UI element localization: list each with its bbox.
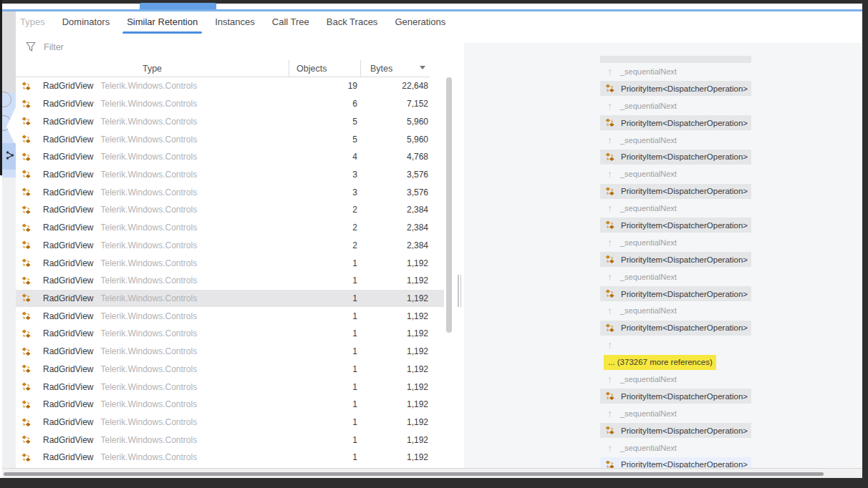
tab-dominators[interactable]: Dominators: [62, 16, 110, 28]
dock-strip-upper: [2, 11, 16, 93]
table-row[interactable]: RadGridViewTelerik.Windows.Controls11,19…: [16, 254, 444, 272]
table-row[interactable]: RadGridViewTelerik.Windows.Controls11,19…: [16, 414, 444, 431]
objects-value: 3: [352, 170, 357, 180]
tab-generations[interactable]: Generations: [395, 16, 445, 28]
panel-splitter-handle[interactable]: [458, 275, 462, 307]
dock-arrow-notch: [6, 107, 16, 146]
arrow-up-icon: ↑: [605, 238, 614, 248]
table-vertical-scrollbar[interactable]: [446, 77, 452, 333]
class-type-icon: [21, 453, 31, 462]
type-name: RadGridView: [43, 152, 93, 162]
retention-node[interactable]: PriorityItem<DispatcherOperation>: [600, 150, 751, 165]
bytes-value: 1,192: [407, 399, 428, 409]
retention-node[interactable]: PriorityItem<DispatcherOperation>: [600, 184, 751, 199]
retention-node-partial[interactable]: [600, 56, 751, 63]
sort-direction-icon[interactable]: [420, 66, 425, 69]
table-row[interactable]: RadGridViewTelerik.Windows.Controls11,19…: [16, 449, 444, 467]
type-namespace: Telerik.Windows.Controls: [100, 152, 197, 162]
retention-node[interactable]: PriorityItem<DispatcherOperation>: [600, 252, 751, 267]
objects-value: 19: [348, 81, 357, 91]
reference-field-label: _sequentialNext: [620, 273, 677, 281]
objects-value: 1: [352, 452, 357, 462]
table-row[interactable]: RadGridViewTelerik.Windows.Controls22,38…: [16, 219, 444, 237]
retention-node[interactable]: PriorityItem<DispatcherOperation>: [600, 81, 751, 96]
tab-instances[interactable]: Instances: [215, 16, 255, 28]
objects-value: 1: [352, 275, 357, 286]
retention-node-selected[interactable]: PriorityItem<DispatcherOperation>: [600, 457, 751, 469]
type-namespace: Telerik.Windows.Controls: [100, 223, 197, 233]
table-row[interactable]: RadGridViewTelerik.Windows.Controls11,19…: [16, 378, 444, 396]
table-row[interactable]: RadGridViewTelerik.Windows.Controls11,19…: [16, 343, 444, 361]
bytes-value: 1,192: [407, 258, 428, 268]
table-row[interactable]: RadGridViewTelerik.Windows.Controls44,76…: [16, 148, 444, 166]
retention-node[interactable]: PriorityItem<DispatcherOperation>: [600, 389, 751, 404]
retention-node-label: PriorityItem<DispatcherOperation>: [621, 221, 748, 230]
class-type-icon: [21, 135, 31, 144]
table-row[interactable]: RadGridViewTelerik.Windows.Controls1922,…: [16, 77, 444, 95]
filter-placeholder[interactable]: Filter: [44, 42, 64, 52]
table-row[interactable]: RadGridViewTelerik.Windows.Controls55,96…: [16, 112, 444, 130]
type-name: RadGridView: [43, 170, 93, 180]
arrow-up-icon: ↑: [605, 409, 614, 419]
tab-back-traces[interactable]: Back Traces: [327, 16, 378, 28]
tab-similar-retention[interactable]: Similar Retention: [127, 16, 198, 28]
class-type-icon: [605, 152, 614, 162]
retention-more-wrap: ... (373267 more references): [600, 353, 751, 371]
table-row[interactable]: RadGridViewTelerik.Windows.Controls55,96…: [16, 130, 444, 148]
table-row[interactable]: RadGridViewTelerik.Windows.Controls67,15…: [16, 95, 444, 113]
objects-value: 3: [352, 187, 357, 197]
retention-node[interactable]: PriorityItem<DispatcherOperation>: [600, 286, 751, 301]
bytes-value: 1,192: [407, 364, 428, 374]
type-name: RadGridView: [43, 258, 93, 268]
class-type-icon: [605, 391, 614, 401]
horizontal-scrollbar[interactable]: [2, 468, 862, 478]
objects-value: 1: [352, 435, 357, 445]
table-row[interactable]: RadGridViewTelerik.Windows.Controls11,19…: [16, 272, 444, 290]
tab-types[interactable]: Types: [20, 16, 45, 28]
more-references-highlight[interactable]: ... (373267 more references): [604, 355, 716, 370]
retention-node-label: PriorityItem<DispatcherOperation>: [621, 290, 748, 298]
retention-node[interactable]: PriorityItem<DispatcherOperation>: [600, 423, 751, 438]
class-type-icon: [21, 117, 31, 126]
filter-control[interactable]: Filter: [26, 42, 64, 52]
table-row[interactable]: RadGridViewTelerik.Windows.Controls22,38…: [16, 236, 444, 254]
class-type-icon: [605, 118, 614, 127]
tab-call-tree[interactable]: Call Tree: [272, 16, 309, 28]
table-row[interactable]: RadGridViewTelerik.Windows.Controls11,19…: [16, 325, 444, 343]
class-type-icon: [605, 289, 614, 298]
arrow-up-icon: ↑: [605, 340, 614, 350]
retention-node[interactable]: PriorityItem<DispatcherOperation>: [600, 115, 751, 130]
table-row[interactable]: RadGridViewTelerik.Windows.Controls11,19…: [16, 290, 444, 308]
retention-node[interactable]: PriorityItem<DispatcherOperation>: [600, 321, 751, 336]
table-row[interactable]: RadGridViewTelerik.Windows.Controls11,19…: [16, 396, 444, 414]
bytes-value: 22,648: [402, 81, 428, 91]
table-row[interactable]: RadGridViewTelerik.Windows.Controls11,19…: [16, 431, 444, 449]
bytes-value: 1,192: [407, 328, 428, 338]
table-row[interactable]: RadGridViewTelerik.Windows.Controls11,19…: [16, 307, 444, 325]
dock-selected-analysis-tile[interactable]: [2, 143, 16, 170]
reference-field-label: _sequentialNext: [620, 67, 677, 76]
objects-value: 1: [352, 364, 357, 374]
type-namespace: Telerik.Windows.Controls: [100, 311, 197, 321]
class-type-icon: [21, 347, 31, 356]
retention-node-wrap: PriorityItem<DispatcherOperation>: [600, 388, 751, 405]
table-row[interactable]: RadGridViewTelerik.Windows.Controls33,57…: [16, 183, 444, 201]
table-row[interactable]: RadGridViewTelerik.Windows.Controls22,38…: [16, 201, 444, 219]
reference-field-label: _sequentialNext: [620, 204, 677, 213]
table-row[interactable]: RadGridViewTelerik.Windows.Controls33,57…: [16, 166, 444, 184]
column-header-objects[interactable]: Objects: [289, 60, 360, 77]
class-type-icon: [21, 170, 31, 179]
class-type-icon: [605, 426, 614, 435]
retention-node[interactable]: PriorityItem<DispatcherOperation>: [600, 218, 751, 233]
horizontal-scrollbar-thumb[interactable]: [4, 472, 824, 476]
retention-link: ↑_sequentialNext: [600, 234, 751, 251]
more-references-label: ... (373267 more references): [608, 358, 713, 366]
retention-node-wrap: PriorityItem<DispatcherOperation>: [600, 422, 751, 439]
class-type-icon: [21, 187, 31, 197]
objects-value: 6: [352, 99, 357, 109]
type-name: RadGridView: [43, 187, 93, 197]
retention-node-wrap: PriorityItem<DispatcherOperation>: [600, 148, 751, 165]
column-header-type[interactable]: Type: [16, 60, 289, 77]
table-row[interactable]: RadGridViewTelerik.Windows.Controls11,19…: [16, 361, 444, 379]
column-header-bytes[interactable]: Bytes: [360, 60, 430, 77]
